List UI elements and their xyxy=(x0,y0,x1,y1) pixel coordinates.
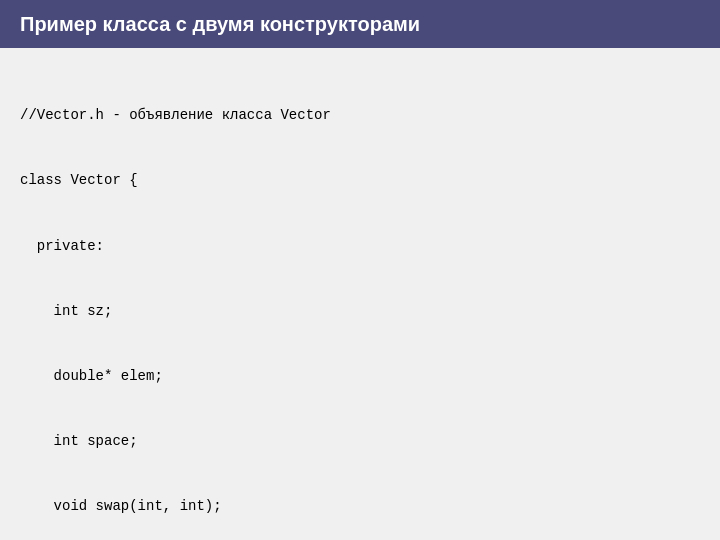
code-line-6: int space; xyxy=(20,431,700,453)
code-line-3: private: xyxy=(20,236,700,258)
main-content: //Vector.h - объявление класса Vector cl… xyxy=(0,48,720,540)
code-line-5: double* elem; xyxy=(20,366,700,388)
code-line-1: //Vector.h - объявление класса Vector xyxy=(20,105,700,127)
code-line-7: void swap(int, int); xyxy=(20,496,700,518)
code-line-2: class Vector { xyxy=(20,170,700,192)
code-line-4: int sz; xyxy=(20,301,700,323)
slide-header: Пример класса с двумя конструкторами xyxy=(0,0,720,48)
slide-title: Пример класса с двумя конструкторами xyxy=(20,13,420,36)
code-block: //Vector.h - объявление класса Vector cl… xyxy=(0,48,720,540)
